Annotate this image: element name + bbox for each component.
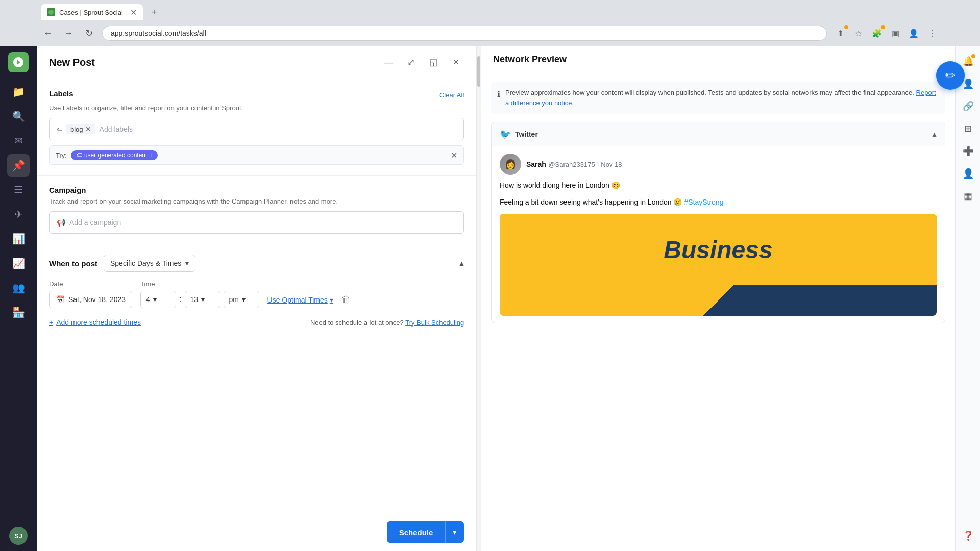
extension-icon[interactable]: ⬆ xyxy=(833,26,847,40)
tab-close-button[interactable]: ✕ xyxy=(130,8,137,17)
minute-select[interactable]: 13 ▾ xyxy=(185,291,220,308)
when-to-post-section: When to post Specific Days & Times ▾ ▴ D… xyxy=(37,244,476,337)
add-box-sidebar-icon[interactable]: ➕ xyxy=(959,142,977,160)
remove-tag-button[interactable]: ✕ xyxy=(85,125,91,133)
tag-icon: 🏷 xyxy=(57,126,62,132)
campaign-section: Campaign Track and report on your social… xyxy=(37,176,476,244)
minute-chevron: ▾ xyxy=(201,295,205,304)
minute-value: 13 xyxy=(190,295,199,304)
optimal-times-button[interactable]: Use Optimal Times ▾ xyxy=(267,296,333,304)
app-container: 📁 🔍 ✉ 📌 ☰ ✈ 📊 📈 👥 🏪 SJ New Post — ⤢ ◱ xyxy=(0,46,980,551)
tweet-user-info: Sarah @Sarah233175 · Nov 18 xyxy=(526,160,622,169)
sidebar-item-chart-line[interactable]: 📈 xyxy=(7,252,30,274)
tweet-handle: @Sarah233175 xyxy=(548,161,595,168)
collapse-section-button[interactable]: ▴ xyxy=(459,258,464,269)
sidebar-item-search[interactable]: 🔍 xyxy=(7,105,30,128)
logo-icon xyxy=(12,56,24,68)
new-post-panel: New Post — ⤢ ◱ ✕ Labels Clear All xyxy=(37,46,477,551)
sprout-social-logo[interactable] xyxy=(8,52,29,72)
sidebar-bottom: SJ xyxy=(9,527,28,545)
active-tab[interactable]: Cases | Sprout Social ✕ xyxy=(41,4,143,20)
dock-button[interactable]: ◱ xyxy=(425,54,442,70)
labels-input[interactable]: 🏷 blog ✕ Add labels xyxy=(49,118,464,140)
twitter-header: 🐦 Twitter ▴ xyxy=(492,122,945,146)
puzzle-badge xyxy=(881,25,885,29)
date-picker[interactable]: 📅 Sat, Nov 18, 2023 xyxy=(49,291,132,308)
when-option-text: Specific Days & Times xyxy=(110,259,181,267)
tab-bar: Cases | Sprout Social ✕ + xyxy=(0,0,980,20)
schedule-button[interactable]: Schedule xyxy=(387,521,446,543)
optimal-chevron-icon: ▾ xyxy=(330,296,333,304)
sidebar-item-send[interactable]: ✈ xyxy=(7,203,30,226)
sidebar-toggle-icon[interactable]: ▣ xyxy=(888,26,902,40)
bulk-scheduling-link[interactable]: Try Bulk Scheduling xyxy=(405,319,464,327)
campaign-input[interactable]: 📢 Add a campaign xyxy=(49,211,464,234)
reload-button[interactable]: ↻ xyxy=(82,26,96,40)
twitter-collapse-button[interactable]: ▴ xyxy=(932,129,937,140)
compose-fab-button[interactable]: ✏ xyxy=(936,61,965,90)
table-sidebar-icon[interactable]: ▦ xyxy=(959,187,977,205)
user-avatar[interactable]: SJ xyxy=(9,527,28,545)
notification-badge xyxy=(844,25,848,29)
hour-chevron: ▾ xyxy=(153,295,157,304)
panel-body: Labels Clear All Use Labels to organize,… xyxy=(37,79,476,513)
period-value: pm xyxy=(229,295,239,304)
time-label: Time xyxy=(140,280,259,288)
right-sidebar: 🔔 👤 🔗 ⊞ ➕ 👤 ▦ ❓ xyxy=(955,46,980,551)
twitter-icon: 🐦 xyxy=(500,129,511,140)
panel-scrollbar[interactable] xyxy=(477,46,481,551)
optimal-times-label: Use Optimal Times xyxy=(267,296,328,304)
grid-sidebar-icon[interactable]: ⊞ xyxy=(959,119,977,138)
sidebar-item-chart-bar[interactable]: 📊 xyxy=(7,228,30,250)
tweet-image: Business xyxy=(500,214,937,316)
close-panel-button[interactable]: ✕ xyxy=(448,54,464,70)
new-post-panel-wrapper: New Post — ⤢ ◱ ✕ Labels Clear All xyxy=(37,46,481,551)
sidebar-item-shop[interactable]: 🏪 xyxy=(7,301,30,323)
tweet-user-row: 👩 Sarah @Sarah233175 · Nov 18 xyxy=(500,154,937,175)
minimize-button[interactable]: — xyxy=(380,54,397,70)
period-select[interactable]: pm ▾ xyxy=(224,291,259,308)
time-field-group: Time 4 ▾ : 13 ▾ xyxy=(140,280,259,308)
when-to-post-header: When to post Specific Days & Times ▾ ▴ xyxy=(49,255,464,272)
when-select-dropdown[interactable]: Specific Days & Times ▾ xyxy=(104,255,195,272)
network-preview-header: Network Preview xyxy=(481,46,955,73)
panel-footer: Schedule ▾ xyxy=(37,513,476,551)
dismiss-suggestion-button[interactable]: ✕ xyxy=(451,151,457,160)
delete-time-button[interactable]: 🗑 xyxy=(341,294,351,305)
labels-description: Use Labels to organize, filter and repor… xyxy=(49,104,464,112)
expand-button[interactable]: ⤢ xyxy=(403,54,419,70)
bulk-scheduling-info: Need to schedule a lot at once? Try Bulk… xyxy=(310,319,464,327)
menu-icon[interactable]: ⋮ xyxy=(925,26,939,40)
help-sidebar-icon[interactable]: ❓ xyxy=(959,527,977,545)
hour-value: 4 xyxy=(146,295,150,304)
forward-button[interactable]: → xyxy=(61,26,76,40)
star-icon[interactable]: ☆ xyxy=(851,26,866,40)
twitter-brand: 🐦 Twitter xyxy=(500,129,538,140)
sidebar-item-inbox[interactable]: ✉ xyxy=(7,130,30,152)
back-button[interactable]: ← xyxy=(41,26,55,40)
tab-favicon xyxy=(47,8,55,16)
calendar-icon: 📅 xyxy=(56,295,64,304)
sidebar-item-list[interactable]: ☰ xyxy=(7,179,30,201)
sidebar-item-users[interactable]: 👥 xyxy=(7,277,30,299)
tag-text: blog xyxy=(70,126,83,133)
puzzle-icon[interactable]: 🧩 xyxy=(870,26,884,40)
new-tab-button[interactable]: + xyxy=(147,5,161,19)
sidebar: 📁 🔍 ✉ 📌 ☰ ✈ 📊 📈 👥 🏪 SJ xyxy=(0,46,37,551)
sidebar-item-pin[interactable]: 📌 xyxy=(7,154,30,177)
time-colon: : xyxy=(179,295,181,304)
link-sidebar-icon[interactable]: 🔗 xyxy=(959,97,977,115)
hour-select[interactable]: 4 ▾ xyxy=(140,291,176,308)
sidebar-item-folders[interactable]: 📁 xyxy=(7,81,30,103)
url-input[interactable]: app.sproutsocial.com/tasks/all xyxy=(102,26,827,41)
tweet-avatar: 👩 xyxy=(500,154,521,175)
person-add-sidebar-icon[interactable]: 👤 xyxy=(959,164,977,183)
suggestion-tag[interactable]: 🏷 user generated content + xyxy=(71,150,158,160)
panel-scrollbar-thumb[interactable] xyxy=(477,56,480,87)
clear-all-button[interactable]: Clear All xyxy=(439,91,464,99)
labels-title: Labels xyxy=(49,89,74,98)
add-more-times-button[interactable]: + Add more scheduled times xyxy=(49,318,141,327)
profile-icon[interactable]: 👤 xyxy=(906,26,921,40)
schedule-dropdown-button[interactable]: ▾ xyxy=(445,521,464,543)
labels-placeholder: Add labels xyxy=(100,125,133,133)
